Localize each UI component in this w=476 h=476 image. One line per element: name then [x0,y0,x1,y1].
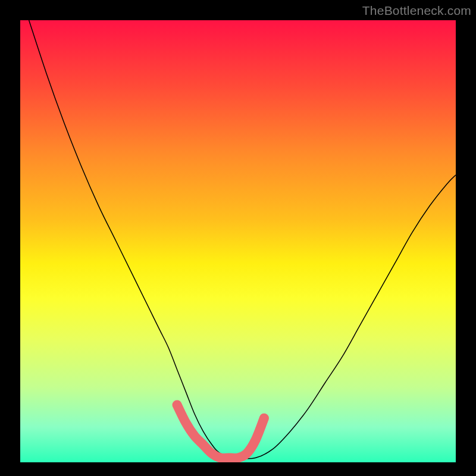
chart-svg [20,20,456,462]
plot-area [20,20,456,462]
curve-highlight [177,405,264,458]
chart-frame: TheBottleneck.com [0,0,476,476]
watermark-text: TheBottleneck.com [362,4,471,18]
curve-main [29,20,456,459]
highlight-curve [177,405,264,458]
bottleneck-curve [29,20,456,459]
